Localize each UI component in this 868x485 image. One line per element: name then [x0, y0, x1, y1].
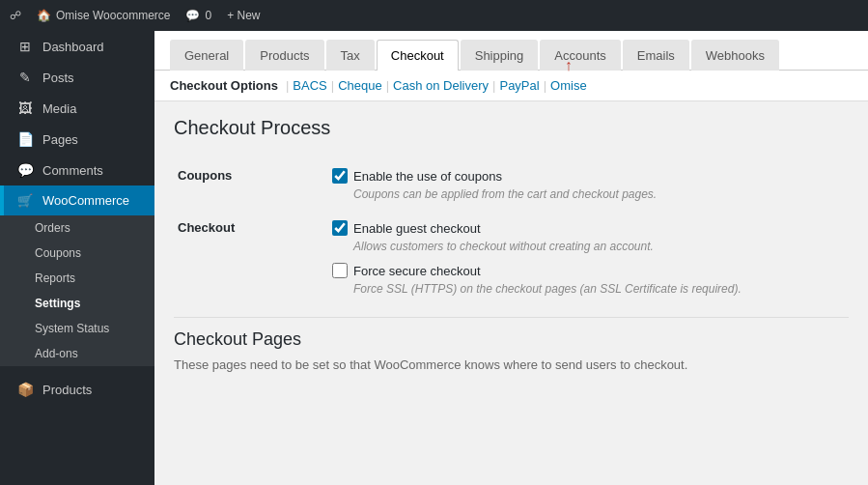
tabs-bar: General Products Tax Checkout Shipping A… — [154, 31, 868, 71]
checkout-row: Checkout Enable guest checkout Allows cu… — [174, 211, 849, 305]
tab-general[interactable]: General — [170, 40, 243, 71]
woocommerce-icon: 🛒 — [15, 193, 35, 208]
sidebar-label-products: Products — [42, 383, 92, 397]
sidebar-label-posts: Posts — [42, 71, 74, 85]
sidebar-item-media[interactable]: 🖼 Media — [0, 93, 154, 124]
sidebar-item-products[interactable]: 📦 Products — [0, 374, 154, 405]
tab-tax[interactable]: Tax — [326, 40, 375, 71]
media-icon: 🖼 — [15, 100, 35, 116]
omise-up-arrow: ↑ — [565, 57, 573, 74]
sidebar-sub-reports[interactable]: Reports — [0, 266, 154, 291]
sidebar-item-woocommerce[interactable]: 🛒 WooCommerce ← — [0, 185, 154, 215]
guest-checkout-label: Enable guest checkout — [353, 221, 481, 236]
tab-products[interactable]: Products — [245, 40, 323, 71]
dashboard-icon: ⊞ — [15, 39, 35, 54]
link-omise[interactable]: Omise — [550, 78, 587, 93]
tab-accounts[interactable]: Accounts — [540, 40, 620, 71]
sidebar-item-pages[interactable]: 📄 Pages — [0, 124, 154, 155]
secure-hint: Force SSL (HTTPS) on the checkout pages … — [353, 282, 845, 296]
site-name: Omise Woocommerce — [56, 9, 170, 22]
tab-emails[interactable]: Emails — [623, 40, 689, 71]
sidebar-sub-add-ons[interactable]: Add-ons — [0, 341, 154, 366]
sidebar-sub-system-status[interactable]: System Status — [0, 316, 154, 341]
sidebar: ⊞ Dashboard ✎ Posts 🖼 Media 📄 Pages 💬 Co… — [0, 31, 154, 485]
content-area: General Products Tax Checkout Shipping A… — [154, 31, 868, 485]
admin-bar: ☍ 🏠 Omise Woocommerce 💬 0 + New — [0, 0, 868, 31]
coupons-checkbox-label: Enable the use of coupons — [353, 169, 502, 184]
comments-item[interactable]: 💬 0 — [185, 9, 211, 22]
force-secure-checkbox[interactable] — [332, 263, 348, 278]
sidebar-label-woocommerce: WooCommerce — [42, 193, 129, 208]
coupons-hint: Coupons can be applied from the cart and… — [353, 187, 845, 201]
tab-shipping[interactable]: Shipping — [461, 40, 539, 71]
sidebar-item-comments[interactable]: 💬 Comments — [0, 155, 154, 185]
tab-checkout[interactable]: Checkout — [377, 40, 459, 71]
comment-icon: 💬 — [185, 9, 200, 22]
wp-logo-icon: ☍ — [10, 9, 21, 22]
coupons-value: Enable the use of coupons Coupons can be… — [328, 158, 849, 211]
link-cheque[interactable]: Cheque — [338, 78, 382, 93]
sidebar-item-posts[interactable]: ✎ Posts — [0, 62, 154, 93]
sidebar-item-dashboard[interactable]: ⊞ Dashboard — [0, 31, 154, 62]
secure-checkout-label: Force secure checkout — [353, 264, 481, 278]
sidebar-sub-orders[interactable]: Orders — [0, 215, 154, 241]
pages-title: Checkout Pages — [174, 329, 849, 350]
link-cod[interactable]: Cash on Delivery — [393, 78, 489, 93]
guest-checkout-row: Enable guest checkout — [332, 220, 845, 236]
secure-checkout-row: Force secure checkout — [332, 263, 845, 278]
coupons-row: Coupons Enable the use of coupons Coupon… — [174, 158, 849, 211]
coupons-checkbox-row: Enable the use of coupons — [332, 168, 845, 184]
new-label: + New — [227, 9, 260, 22]
link-paypal[interactable]: PayPal — [499, 78, 539, 93]
comment-count: 0 — [205, 9, 211, 22]
posts-icon: ✎ — [15, 70, 35, 85]
sidebar-sub-settings[interactable]: Settings — [0, 291, 154, 316]
comments-icon: 💬 — [15, 162, 35, 178]
options-label: Checkout Options — [170, 78, 278, 93]
form-table: Coupons Enable the use of coupons Coupon… — [174, 158, 849, 305]
pages-icon: 📄 — [15, 131, 35, 147]
enable-coupons-checkbox[interactable] — [332, 168, 348, 184]
sidebar-label-dashboard: Dashboard — [42, 40, 104, 54]
sidebar-submenu: Orders Coupons Reports Settings System S… — [0, 215, 154, 366]
guest-checkout-checkbox[interactable] — [332, 220, 348, 236]
sidebar-label-pages: Pages — [42, 132, 78, 147]
wp-logo-item[interactable]: ☍ — [10, 9, 21, 22]
products-icon: 📦 — [15, 382, 35, 397]
sidebar-label-comments: Comments — [42, 163, 103, 178]
checkout-label: Checkout — [174, 211, 328, 305]
page-content: Checkout Process Coupons Enable the use … — [154, 101, 868, 387]
new-item[interactable]: + New — [227, 9, 260, 22]
link-bacs[interactable]: BACS — [293, 78, 326, 93]
guest-hint: Allows customers to checkout without cre… — [353, 240, 845, 253]
process-title: Checkout Process — [174, 117, 849, 139]
site-name-item[interactable]: 🏠 Omise Woocommerce — [37, 9, 170, 22]
sidebar-sub-coupons[interactable]: Coupons — [0, 241, 154, 266]
options-bar: Checkout Options | BACS | Cheque | Cash … — [154, 71, 868, 101]
tab-webhooks[interactable]: Webhooks — [691, 40, 779, 71]
checkout-value: Enable guest checkout Allows customers t… — [328, 211, 849, 305]
section-divider — [174, 317, 849, 318]
sidebar-label-media: Media — [42, 101, 76, 116]
home-icon: 🏠 — [37, 9, 51, 22]
coupons-label: Coupons — [174, 158, 328, 211]
pages-desc: These pages need to be set so that WooCo… — [174, 357, 849, 372]
